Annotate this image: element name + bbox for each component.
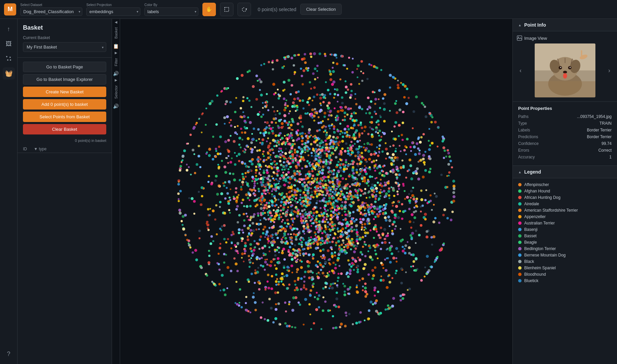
selector-tab[interactable]: Selector xyxy=(113,83,119,101)
next-image-button[interactable]: › xyxy=(606,66,613,75)
clear-basket-button[interactable]: Clear Basket xyxy=(23,124,106,134)
prop-value: ...093754_1954.jpg xyxy=(577,114,612,119)
prop-value: Correct xyxy=(598,148,612,153)
create-new-basket-button[interactable]: Create New Basket xyxy=(23,87,106,97)
svg-point-3 xyxy=(7,59,8,61)
clear-selection-button[interactable]: Clear Selection xyxy=(300,4,341,15)
point-info-title: Point Info xyxy=(524,22,546,28)
hand-tool-button[interactable]: ✋ xyxy=(202,3,216,16)
icon-rail: ↑ 🖼 🧺 ? xyxy=(0,19,18,364)
legend-dot xyxy=(518,228,522,231)
add-points-button[interactable]: Add 0 point(s) to basket xyxy=(23,99,106,110)
projection-select[interactable]: embeddings xyxy=(86,7,140,16)
legend-dot xyxy=(518,202,522,206)
legend-label: Basenji xyxy=(524,227,537,232)
legend-dot xyxy=(518,209,522,212)
prop-value: 1 xyxy=(609,155,612,159)
prev-image-button[interactable]: ‹ xyxy=(517,66,524,75)
expand-chevron[interactable]: ▶ xyxy=(115,51,117,55)
image-icon xyxy=(517,35,522,41)
prop-row: ErrorsCorrect xyxy=(518,148,612,153)
legend-label: Blenheim Spaniel xyxy=(524,266,556,270)
legend-label: Bluetick xyxy=(524,278,538,283)
svg-point-16 xyxy=(569,67,570,68)
collapse-chevron[interactable]: ◀ xyxy=(115,20,117,24)
point-info-chevron[interactable]: ▲ xyxy=(518,23,522,27)
prop-row: Confidence99.74 xyxy=(518,141,612,146)
colorby-select-wrapper: labels xyxy=(144,7,198,16)
legend-label: Bedlington Terrier xyxy=(524,246,556,251)
prop-key: Accuracy xyxy=(518,155,535,159)
svg-point-2 xyxy=(9,57,11,58)
projection-label: Select Projection xyxy=(86,3,140,7)
colorby-group: Color By labels xyxy=(144,3,198,16)
prop-key: Type xyxy=(518,121,527,126)
prop-value: Border Terrier xyxy=(587,134,612,139)
lasso-tool-button[interactable] xyxy=(237,3,251,16)
scatter-canvas-area[interactable] xyxy=(120,19,512,364)
legend-item: Appenzeller xyxy=(518,214,612,219)
legend-item: Blenheim Spaniel xyxy=(518,266,612,270)
legend-item: Black xyxy=(518,259,612,264)
expand-chevron-2[interactable]: ▶ xyxy=(115,78,117,82)
svg-rect-20 xyxy=(581,50,582,58)
svg-point-4 xyxy=(10,59,11,61)
legend-item: Afghan Hound xyxy=(518,189,612,193)
image-view-label: Image View xyxy=(517,35,613,41)
prop-value: 99.74 xyxy=(601,141,612,146)
legend-dot xyxy=(518,279,522,282)
legend-item: American Staffordshire Terrier xyxy=(518,208,612,213)
legend-chevron[interactable]: ▲ xyxy=(518,170,522,174)
dataset-label: Select Dataset xyxy=(20,3,82,7)
prop-row: Accuracy1 xyxy=(518,155,612,159)
help-button[interactable]: ? xyxy=(3,348,15,360)
filter-tab[interactable]: Filter xyxy=(113,55,119,69)
goto-basket-explorer-button[interactable]: Go to Basket Image Explorer xyxy=(23,74,106,85)
svg-rect-0 xyxy=(225,7,229,11)
dataset-select[interactable]: Dog_Breed_Classification xyxy=(20,7,82,16)
box-select-tool-button[interactable] xyxy=(220,3,233,16)
prop-key: Predictions xyxy=(518,134,538,139)
legend-label: Beagle xyxy=(524,240,537,245)
dog-svg xyxy=(535,43,595,97)
dog-image xyxy=(535,43,595,97)
image-button[interactable]: 🖼 xyxy=(3,38,15,50)
legend-item: Airedale xyxy=(518,202,612,206)
selector-tab-icon[interactable]: 🔊 xyxy=(112,102,120,110)
prop-row: PredictionsBorder Terrier xyxy=(518,134,612,139)
projection-select-wrapper: embeddings xyxy=(86,7,140,16)
legend-label: Affenpinscher xyxy=(524,182,549,187)
basket-tab[interactable]: Basket xyxy=(113,25,119,41)
filter-tab-icon[interactable]: 🔊 xyxy=(112,69,120,78)
props-container: Paths...093754_1954.jpgTypeTRAINLabelsBo… xyxy=(518,114,612,159)
image-nav: ‹ xyxy=(517,43,613,97)
goto-basket-page-button[interactable]: Go to Basket Page xyxy=(23,62,106,72)
legend-header: ▲ Legend xyxy=(513,166,617,178)
legend-dot xyxy=(518,196,522,199)
select-points-button[interactable]: Select Points from Basket xyxy=(23,112,106,122)
legend-section: AffenpinscherAfghan HoundAfrican Hunting… xyxy=(513,178,617,289)
legend-container: AffenpinscherAfghan HoundAfrican Hunting… xyxy=(518,182,612,283)
legend-item: Bloodhound xyxy=(518,272,612,277)
upload-button[interactable]: ↑ xyxy=(3,23,15,35)
basket-actions: Go to Basket Page Go to Basket Image Exp… xyxy=(18,58,112,139)
svg-point-18 xyxy=(563,73,567,79)
legend-dot xyxy=(518,183,522,186)
colorby-select[interactable]: labels xyxy=(144,7,198,16)
legend-item: Affenpinscher xyxy=(518,182,612,187)
scatter-canvas[interactable] xyxy=(120,19,512,364)
legend-dot xyxy=(518,241,522,244)
scatter-button[interactable] xyxy=(3,53,15,65)
legend-label: Bloodhound xyxy=(524,272,546,277)
legend-item: Australian Terrier xyxy=(518,221,612,225)
col-id: ID xyxy=(23,147,27,151)
basket-tab-icon[interactable]: 📋 xyxy=(112,42,120,50)
basket-button[interactable]: 🧺 xyxy=(3,67,15,80)
point-properties-title: Point Properties xyxy=(518,106,612,111)
basket-select[interactable]: My First Basket xyxy=(23,42,106,52)
prop-value: TRAIN xyxy=(599,121,612,126)
prop-key: Labels xyxy=(518,128,530,132)
basket-title: Basket xyxy=(23,24,106,31)
prop-key: Confidence xyxy=(518,141,539,146)
legend-label: Black xyxy=(524,259,534,264)
